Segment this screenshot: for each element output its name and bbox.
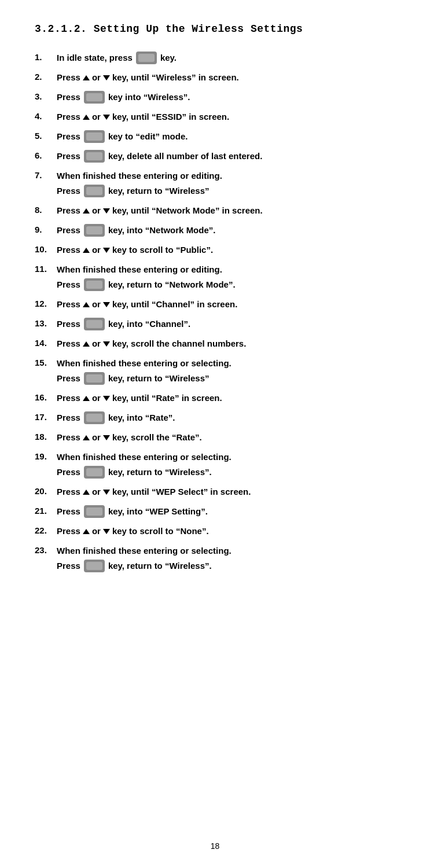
instruction-number: 8.	[35, 204, 57, 217]
instruction-number: 16.	[35, 391, 57, 404]
instruction-line: Press or key, scroll the channel numbers…	[57, 337, 246, 351]
instruction-line: When finished these entering or selectin…	[57, 450, 231, 464]
arrow-up-icon	[83, 529, 90, 534]
instruction-text-after: key, scroll the “Rate”.	[112, 431, 202, 444]
arrow-down-icon	[103, 435, 110, 440]
instruction-number: 21.	[35, 505, 57, 518]
instruction-number: 20.	[35, 485, 57, 498]
instruction-text-before: Press	[57, 130, 80, 144]
instruction-number: 10.	[35, 243, 57, 256]
key-icon	[84, 224, 105, 237]
instruction-item: 8.Press or key, until “Network Mode” in …	[35, 204, 395, 218]
instruction-content: When finished these entering or editing.…	[57, 263, 236, 292]
key-icon	[84, 466, 105, 479]
instruction-line: Press or key, scroll the “Rate”.	[57, 431, 202, 444]
instruction-text-after: key, return to “Wireless”	[108, 184, 210, 198]
instruction-number: 17.	[35, 411, 57, 424]
arrow-down-icon	[103, 341, 110, 347]
instruction-text-before: Press	[57, 391, 80, 405]
key-icon	[84, 411, 105, 424]
key-icon	[84, 150, 105, 163]
instruction-content: When finished these entering or selectin…	[57, 450, 231, 479]
instruction-content: Press or key, until “ESSID” in screen.	[57, 110, 229, 124]
instruction-item: 9.Press key, into “Network Mode”.	[35, 223, 395, 237]
key-icon	[136, 52, 157, 64]
instruction-text-after: key, return to “Wireless”.	[108, 465, 212, 479]
instruction-line: Press or key, until “WEP Select” in scre…	[57, 485, 251, 499]
instruction-number: 18.	[35, 431, 57, 444]
arrow-up-icon	[83, 208, 90, 214]
instruction-text-after: key, into “Rate”.	[108, 411, 175, 425]
arrow-up-icon	[83, 302, 90, 307]
instruction-item: 19.When finished these entering or selec…	[35, 450, 395, 479]
instruction-content: When finished these entering or selectin…	[57, 356, 231, 385]
instruction-text-before: Press	[57, 465, 80, 479]
instruction-line: Press or key, until “Channel” in screen.	[57, 297, 237, 311]
instruction-text-after: key, until “Rate” in screen.	[112, 391, 222, 405]
instruction-content: Press or key, until “Wireless” in screen…	[57, 71, 239, 84]
instruction-content: In idle state, press key.	[57, 51, 177, 65]
key-icon	[84, 372, 105, 385]
instruction-number: 6.	[35, 149, 57, 163]
instruction-line: Press or key, until “ESSID” in screen.	[57, 110, 229, 124]
instruction-content: Press key, delete all number of last ent…	[57, 149, 262, 163]
arrow-down-icon	[103, 115, 110, 120]
instruction-content: Press or key, scroll the “Rate”.	[57, 431, 202, 444]
instruction-text-after: key, until “Network Mode” in screen.	[112, 204, 263, 218]
instruction-item: 20.Press or key, until “WEP Select” in s…	[35, 485, 395, 499]
instruction-line: Press key into “Wireless”.	[57, 90, 190, 104]
instruction-text-after: key, return to “Network Mode”.	[108, 278, 236, 292]
instruction-text-after: key, into “Channel”.	[108, 317, 190, 331]
instruction-line: Press key, return to “Wireless”.	[57, 559, 231, 573]
page-container: 3.2.1.2. Setting Up the Wireless Setting…	[0, 0, 430, 868]
instruction-text-after: key, into “Network Mode”.	[108, 223, 216, 237]
instruction-content: Press key, into “Network Mode”.	[57, 223, 215, 237]
instruction-content: Press or key to scroll to “Public”.	[57, 243, 213, 257]
instruction-line: Press or key to scroll to “None”.	[57, 524, 209, 538]
instruction-content: When finished these entering or editing.…	[57, 169, 222, 198]
instruction-text-after: key to “edit” mode.	[108, 130, 188, 144]
instruction-item: 4.Press or key, until “ESSID” in screen.	[35, 110, 395, 124]
instruction-text-before: Press	[57, 90, 80, 104]
instruction-text-before: When finished these entering or editing.	[57, 169, 222, 183]
instruction-text-before: Press	[57, 505, 80, 518]
instruction-content: Press key to “edit” mode.	[57, 130, 188, 144]
instruction-item: 17.Press key, into “Rate”.	[35, 411, 395, 425]
instruction-line: Press key, return to “Wireless”.	[57, 465, 231, 479]
arrow-down-icon	[103, 529, 110, 534]
instruction-item: 23.When finished these entering or selec…	[35, 544, 395, 573]
instruction-line: Press key, into “WEP Setting”.	[57, 505, 208, 518]
instruction-text-before: Press	[57, 278, 80, 292]
arrow-up-icon	[83, 490, 90, 495]
instruction-text-before: When finished these entering or editing.	[57, 263, 222, 277]
instruction-content: Press or key, until “Channel” in screen.	[57, 297, 237, 311]
instruction-number: 2.	[35, 71, 57, 84]
key-icon	[84, 560, 105, 572]
instruction-text-after: key, until “ESSID” in screen.	[112, 110, 229, 124]
instruction-number: 11.	[35, 263, 57, 276]
instruction-content: Press or key, until “Rate” in screen.	[57, 391, 222, 405]
instruction-text-after: key into “Wireless”.	[108, 90, 190, 104]
instruction-content: Press or key, scroll the channel numbers…	[57, 337, 246, 351]
instructions-list: 1.In idle state, press key.2.Press or ke…	[35, 51, 395, 573]
instruction-text-before: Press	[57, 524, 80, 538]
instruction-item: 14.Press or key, scroll the channel numb…	[35, 337, 395, 351]
instruction-item: 16.Press or key, until “Rate” in screen.	[35, 391, 395, 405]
instruction-text-after: key to scroll to “None”.	[112, 524, 209, 538]
instruction-text-after: key to scroll to “Public”.	[112, 243, 213, 257]
instruction-text-before: Press	[57, 485, 80, 499]
instruction-line: Press key, into “Channel”.	[57, 317, 190, 331]
instruction-line: Press key, return to “Network Mode”.	[57, 278, 236, 292]
instruction-text-before: Press	[57, 204, 80, 218]
arrow-down-icon	[103, 75, 110, 80]
instruction-number: 19.	[35, 450, 57, 464]
instruction-text-after: key, into “WEP Setting”.	[108, 505, 208, 518]
key-icon	[84, 318, 105, 330]
instruction-content: Press key into “Wireless”.	[57, 90, 190, 104]
instruction-text-before: When finished these entering or selectin…	[57, 356, 231, 370]
arrow-up-icon	[83, 396, 90, 401]
instruction-text-after: key, return to “Wireless”.	[108, 559, 212, 573]
instruction-item: 2.Press or key, until “Wireless” in scre…	[35, 71, 395, 84]
instruction-item: 21.Press key, into “WEP Setting”.	[35, 505, 395, 518]
instruction-item: 22.Press or key to scroll to “None”.	[35, 524, 395, 538]
